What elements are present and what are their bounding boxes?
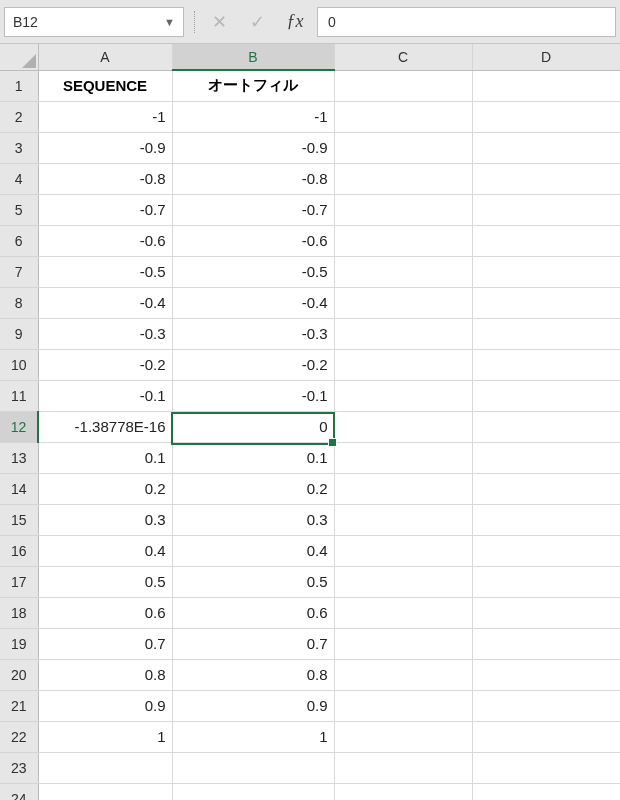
cell-A16[interactable]: 0.4: [38, 535, 172, 566]
cell-A13[interactable]: 0.1: [38, 442, 172, 473]
cell-D3[interactable]: [472, 132, 620, 163]
cell-B24[interactable]: [172, 783, 334, 800]
cell-A2[interactable]: -1: [38, 101, 172, 132]
cell-A18[interactable]: 0.6: [38, 597, 172, 628]
cell-A7[interactable]: -0.5: [38, 256, 172, 287]
cell-D19[interactable]: [472, 628, 620, 659]
row-head[interactable]: 16: [0, 535, 38, 566]
cell-B8[interactable]: -0.4: [172, 287, 334, 318]
cell-B3[interactable]: -0.9: [172, 132, 334, 163]
cell-A10[interactable]: -0.2: [38, 349, 172, 380]
cell-B17[interactable]: 0.5: [172, 566, 334, 597]
row-head[interactable]: 3: [0, 132, 38, 163]
row-head[interactable]: 11: [0, 380, 38, 411]
cell-D2[interactable]: [472, 101, 620, 132]
cell-D12[interactable]: [472, 411, 620, 442]
name-box-dropdown-icon[interactable]: ▼: [164, 16, 175, 28]
cell-A5[interactable]: -0.7: [38, 194, 172, 225]
cell-D24[interactable]: [472, 783, 620, 800]
row-head[interactable]: 2: [0, 101, 38, 132]
cell-C18[interactable]: [334, 597, 472, 628]
cell-A15[interactable]: 0.3: [38, 504, 172, 535]
row-head[interactable]: 21: [0, 690, 38, 721]
cell-D22[interactable]: [472, 721, 620, 752]
cell-D8[interactable]: [472, 287, 620, 318]
cell-C11[interactable]: [334, 380, 472, 411]
cell-B7[interactable]: -0.5: [172, 256, 334, 287]
cell-B10[interactable]: -0.2: [172, 349, 334, 380]
cell-B6[interactable]: -0.6: [172, 225, 334, 256]
name-box[interactable]: B12 ▼: [4, 7, 184, 37]
row-head[interactable]: 23: [0, 752, 38, 783]
row-head[interactable]: 1: [0, 70, 38, 101]
cell-B4[interactable]: -0.8: [172, 163, 334, 194]
cell-D13[interactable]: [472, 442, 620, 473]
row-head[interactable]: 10: [0, 349, 38, 380]
cell-A24[interactable]: [38, 783, 172, 800]
cell-A23[interactable]: [38, 752, 172, 783]
cell-C9[interactable]: [334, 318, 472, 349]
cell-D14[interactable]: [472, 473, 620, 504]
row-head[interactable]: 7: [0, 256, 38, 287]
row-head[interactable]: 22: [0, 721, 38, 752]
row-head[interactable]: 6: [0, 225, 38, 256]
row-head[interactable]: 5: [0, 194, 38, 225]
cell-D6[interactable]: [472, 225, 620, 256]
cell-C19[interactable]: [334, 628, 472, 659]
cell-D9[interactable]: [472, 318, 620, 349]
cell-C3[interactable]: [334, 132, 472, 163]
row-head[interactable]: 4: [0, 163, 38, 194]
row-head[interactable]: 17: [0, 566, 38, 597]
formula-input[interactable]: 0: [317, 7, 616, 37]
cell-C21[interactable]: [334, 690, 472, 721]
row-head[interactable]: 15: [0, 504, 38, 535]
cell-B18[interactable]: 0.6: [172, 597, 334, 628]
cell-D11[interactable]: [472, 380, 620, 411]
cell-D10[interactable]: [472, 349, 620, 380]
sheet[interactable]: A B C D 1 SEQUENCE オートフィル 2 -1 -1: [0, 44, 620, 800]
cell-B20[interactable]: 0.8: [172, 659, 334, 690]
cell-D23[interactable]: [472, 752, 620, 783]
row-head[interactable]: 14: [0, 473, 38, 504]
row-head[interactable]: 19: [0, 628, 38, 659]
cell-D17[interactable]: [472, 566, 620, 597]
cell-B5[interactable]: -0.7: [172, 194, 334, 225]
cell-B1[interactable]: オートフィル: [172, 70, 334, 101]
cell-B11[interactable]: -0.1: [172, 380, 334, 411]
cell-B22[interactable]: 1: [172, 721, 334, 752]
cell-C10[interactable]: [334, 349, 472, 380]
cell-B13[interactable]: 0.1: [172, 442, 334, 473]
cell-A12[interactable]: -1.38778E-16: [38, 411, 172, 442]
cell-D1[interactable]: [472, 70, 620, 101]
cell-D20[interactable]: [472, 659, 620, 690]
cell-A19[interactable]: 0.7: [38, 628, 172, 659]
cell-B23[interactable]: [172, 752, 334, 783]
cell-D7[interactable]: [472, 256, 620, 287]
enter-icon[interactable]: ✓: [243, 8, 271, 36]
cell-B21[interactable]: 0.9: [172, 690, 334, 721]
cell-C22[interactable]: [334, 721, 472, 752]
cell-D4[interactable]: [472, 163, 620, 194]
row-head[interactable]: 18: [0, 597, 38, 628]
cell-A1[interactable]: SEQUENCE: [38, 70, 172, 101]
cell-B15[interactable]: 0.3: [172, 504, 334, 535]
row-head[interactable]: 12: [0, 411, 38, 442]
row-head[interactable]: 9: [0, 318, 38, 349]
cell-C14[interactable]: [334, 473, 472, 504]
cell-A11[interactable]: -0.1: [38, 380, 172, 411]
cell-B14[interactable]: 0.2: [172, 473, 334, 504]
cell-B16[interactable]: 0.4: [172, 535, 334, 566]
cell-C6[interactable]: [334, 225, 472, 256]
cell-C24[interactable]: [334, 783, 472, 800]
cell-D16[interactable]: [472, 535, 620, 566]
cell-D15[interactable]: [472, 504, 620, 535]
cell-B19[interactable]: 0.7: [172, 628, 334, 659]
cell-D5[interactable]: [472, 194, 620, 225]
cell-C17[interactable]: [334, 566, 472, 597]
row-head[interactable]: 8: [0, 287, 38, 318]
cell-C20[interactable]: [334, 659, 472, 690]
cell-C5[interactable]: [334, 194, 472, 225]
col-head-C[interactable]: C: [334, 44, 472, 70]
fx-icon[interactable]: ƒx: [281, 8, 309, 36]
cell-A14[interactable]: 0.2: [38, 473, 172, 504]
